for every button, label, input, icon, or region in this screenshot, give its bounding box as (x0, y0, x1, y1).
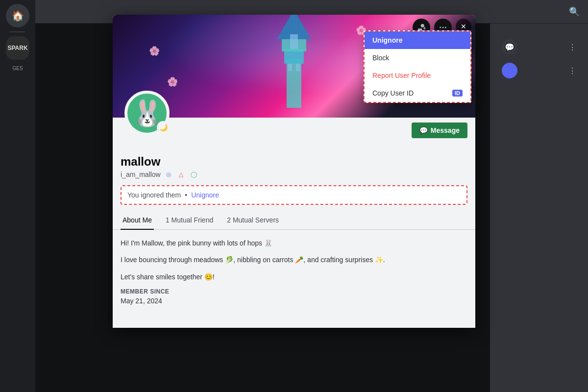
context-menu-copy-id[interactable]: Copy User ID ID (365, 84, 470, 102)
blossom-2: 🌸 (167, 76, 178, 87)
tab-mutual-servers[interactable]: 2 Mutual Servers (225, 211, 281, 230)
svg-point-8 (442, 27, 444, 28)
profile-content: mallow i_am_mallow ◎ △ ◯ You ignored the… (113, 147, 475, 328)
about-line-1: Hi! I'm Mallow, the pink bunny with lots… (121, 238, 467, 248)
avatar-emoji: 🐰 (131, 100, 163, 126)
profile-avatar-wrapper: 🐰 🌙 (124, 91, 170, 136)
status-badge: 🌙 (157, 121, 170, 134)
about-line-2: I love bouncing through meadows 🥬, nibbl… (121, 254, 467, 265)
svg-point-7 (440, 27, 441, 28)
svg-rect-4 (290, 34, 298, 49)
modal-overlay: 🌸 🌸 🌸 🌸 🌸 ✕ (0, 0, 588, 392)
message-button[interactable]: 💬 Message (412, 122, 467, 138)
ignored-text: You ignored them (127, 191, 181, 199)
member-since-date: May 21, 2024 (121, 297, 467, 305)
badge-triangle: △ (176, 170, 186, 179)
svg-point-9 (445, 27, 446, 28)
profile-username-row: i_am_mallow ◎ △ ◯ (121, 170, 467, 179)
badge-nitro: ◎ (164, 170, 173, 179)
context-menu: Unignore Block Report User Profile Copy … (364, 30, 471, 103)
id-badge: ID (452, 90, 463, 97)
dot-separator: • (185, 191, 187, 199)
banner-tower-svg (265, 15, 323, 108)
unignore-link[interactable]: Unignore (191, 191, 219, 199)
badge-circle: ◯ (189, 170, 199, 179)
blossom-1: 🌸 (149, 46, 160, 56)
svg-rect-5 (288, 64, 292, 71)
profile-username: i_am_mallow (121, 171, 161, 178)
tab-mutual-friend[interactable]: 1 Mutual Friend (164, 211, 215, 230)
profile-modal: 🌸 🌸 🌸 🌸 🌸 ✕ (113, 15, 475, 328)
ignored-notice: You ignored them • Unignore (121, 185, 467, 205)
about-section: Hi! I'm Mallow, the pink bunny with lots… (121, 230, 467, 328)
message-icon: 💬 (419, 126, 428, 134)
context-menu-unignore[interactable]: Unignore (365, 31, 470, 49)
context-menu-block[interactable]: Block (365, 49, 470, 67)
tab-about-me[interactable]: About Me (121, 211, 154, 230)
member-since-label: Member Since (121, 288, 467, 295)
message-label: Message (431, 126, 460, 134)
profile-display-name: mallow (121, 155, 467, 169)
profile-tabs: About Me 1 Mutual Friend 2 Mutual Server… (113, 211, 475, 230)
svg-rect-6 (296, 64, 300, 71)
status-emoji: 🌙 (159, 123, 168, 131)
copy-id-label: Copy User ID (372, 89, 414, 97)
context-menu-report[interactable]: Report User Profile (365, 67, 470, 84)
about-line-3: Let's share smiles together 😊! (121, 271, 467, 282)
